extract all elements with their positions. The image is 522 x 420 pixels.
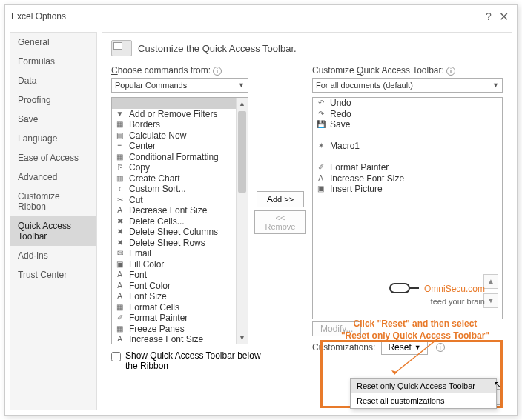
info-icon[interactable]: i	[213, 67, 222, 76]
sidebar-item-language[interactable]: Language	[10, 129, 96, 148]
qat-item[interactable]: ✶Macro1	[313, 141, 502, 152]
show-below-ribbon-checkbox[interactable]: Show Quick Access Toolbar below the Ribb…	[111, 350, 267, 371]
command-item[interactable]: ADecrease Font Size	[112, 205, 248, 216]
command-item[interactable]: ▦Format Cells	[112, 302, 248, 313]
choose-commands-dropdown[interactable]: Popular Commands ▼	[111, 78, 248, 93]
chevron-down-icon: ▼	[238, 81, 245, 89]
sidebar-item-data[interactable]: Data	[10, 71, 96, 90]
command-item[interactable]: AFont▸	[112, 270, 248, 281]
category-sidebar: General Formulas Data Proofing Save Lang…	[10, 32, 97, 410]
qat-item[interactable]: ↶Undo	[313, 98, 502, 109]
qat-item[interactable]: 💾Save	[313, 119, 502, 130]
remove-button[interactable]: << Remove	[254, 210, 306, 234]
panel-title: Customize the Quick Access Toolbar.	[138, 43, 297, 54]
customize-scope-dropdown[interactable]: For all documents (default) ▼	[312, 78, 503, 93]
command-label: Fill Color	[129, 259, 237, 270]
command-item[interactable]: AFont Color▸	[112, 281, 248, 292]
excel-options-dialog: Excel Options ? ✕ General Formulas Data …	[4, 4, 518, 416]
sidebar-item-add-ins[interactable]: Add-ins	[10, 246, 96, 265]
sidebar-item-advanced[interactable]: Advanced	[10, 167, 96, 187]
command-label: Freeze Panes	[129, 324, 237, 334]
command-label: Center	[129, 141, 245, 151]
scroll-down-icon[interactable]: ▼	[237, 332, 248, 344]
command-item[interactable]: ▦Borders▸	[112, 119, 248, 130]
command-label: Delete Cells...	[129, 216, 245, 227]
command-label: Delete Sheet Columns	[129, 227, 245, 237]
reorder-buttons: ▲ ▼	[483, 274, 498, 308]
command-item[interactable]	[112, 98, 248, 109]
command-icon: ✶	[316, 141, 326, 150]
modify-button[interactable]: Modify...	[312, 321, 361, 336]
sidebar-item-general[interactable]: General	[10, 33, 96, 52]
command-item[interactable]: AIncrease Font Size	[112, 334, 248, 344]
info-icon[interactable]: i	[436, 343, 445, 352]
command-label: Format Painter	[129, 313, 245, 323]
add-button[interactable]: Add >>	[257, 191, 304, 207]
info-icon[interactable]: i	[446, 67, 455, 76]
sidebar-item-customize-ribbon[interactable]: Customize Ribbon	[10, 187, 96, 216]
qat-item[interactable]: ▣Insert Picture	[313, 184, 502, 195]
command-item[interactable]: ✐Format Painter	[112, 313, 248, 324]
command-item[interactable]: ▼Add or Remove Filters	[112, 109, 248, 120]
chevron-down-icon: ▼	[492, 81, 499, 89]
sidebar-item-save[interactable]: Save	[10, 110, 96, 129]
qat-header-icon	[111, 40, 132, 56]
command-label: Borders	[129, 119, 237, 130]
reset-all-item[interactable]: Reset all customizations	[351, 393, 496, 408]
command-icon: 💾	[316, 120, 326, 129]
command-icon: ▤	[115, 131, 125, 140]
command-icon: ✐	[316, 163, 326, 172]
command-icon	[316, 153, 326, 161]
sidebar-item-formulas[interactable]: Formulas	[10, 52, 96, 71]
command-item[interactable]: ▦Freeze Panes▸	[112, 324, 248, 335]
scroll-thumb[interactable]	[238, 111, 246, 193]
reset-label: Reset	[388, 342, 411, 353]
scrollbar[interactable]: ▲ ▼	[236, 98, 248, 344]
close-button[interactable]: ✕	[496, 10, 511, 24]
chevron-down-icon: ▼	[414, 344, 421, 351]
command-item[interactable]: ✉Email	[112, 248, 248, 259]
command-item[interactable]: ✖Delete Sheet Columns	[112, 227, 248, 238]
command-item[interactable]: ✖Delete Sheet Rows	[112, 238, 248, 249]
panel-header: Customize the Quick Access Toolbar.	[111, 40, 503, 56]
show-below-ribbon-input[interactable]	[111, 352, 121, 361]
command-item[interactable]: ✂Cut	[112, 195, 248, 206]
command-label: Cut	[129, 195, 245, 205]
help-button[interactable]: ?	[481, 10, 496, 22]
current-commands-list[interactable]: ↶Undo↷Redo💾Save✶Macro1✐Format PainterAIn…	[312, 97, 503, 319]
command-label: Decrease Font Size	[129, 205, 245, 216]
sidebar-item-trust-center[interactable]: Trust Center	[10, 265, 96, 284]
command-item[interactable]: ▣Fill Color▸	[112, 259, 248, 270]
move-down-button[interactable]: ▼	[483, 293, 498, 308]
command-label: Redo	[330, 109, 499, 119]
move-up-button[interactable]: ▲	[483, 274, 498, 289]
command-label: Font Color	[129, 281, 237, 291]
main-panel: Customize the Quick Access Toolbar. Choo…	[102, 32, 512, 410]
reset-only-qat-item[interactable]: Reset only Quick Access Toolbar	[351, 379, 496, 393]
sidebar-item-quick-access-toolbar[interactable]: Quick Access Toolbar	[10, 216, 96, 246]
qat-item[interactable]: AIncrease Font Size	[313, 173, 502, 184]
command-icon: ✖	[115, 227, 125, 236]
command-item[interactable]: ▦Conditional Formatting▸	[112, 152, 248, 163]
qat-item[interactable]: ✐Format Painter	[313, 162, 502, 173]
command-icon: A	[115, 270, 125, 279]
sidebar-item-ease-of-access[interactable]: Ease of Access	[10, 148, 96, 167]
reset-dropdown-button[interactable]: Reset ▼	[381, 340, 427, 355]
qat-item[interactable]	[313, 130, 502, 141]
qat-item[interactable]	[313, 152, 502, 163]
command-item[interactable]: AFont Size▸	[112, 291, 248, 302]
command-label: Format Painter	[330, 162, 499, 173]
command-item[interactable]: ✖Delete Cells...	[112, 216, 248, 227]
command-item[interactable]: ▤Calculate Now	[112, 130, 248, 141]
command-label: Custom Sort...	[129, 184, 245, 194]
command-label: Create Chart	[129, 173, 245, 184]
command-item[interactable]: ▥Create Chart	[112, 173, 248, 184]
command-item[interactable]: ↕Custom Sort...	[112, 184, 248, 195]
scroll-up-icon[interactable]: ▲	[237, 98, 248, 110]
command-item[interactable]: ⎘Copy	[112, 162, 248, 173]
available-commands-list[interactable]: ▼Add or Remove Filters▦Borders▸▤Calculat…	[111, 97, 248, 344]
command-item[interactable]: ≡Center	[112, 141, 248, 152]
qat-item[interactable]: ↷Redo	[313, 109, 502, 120]
command-label: Conditional Formatting	[129, 152, 237, 162]
sidebar-item-proofing[interactable]: Proofing	[10, 90, 96, 110]
